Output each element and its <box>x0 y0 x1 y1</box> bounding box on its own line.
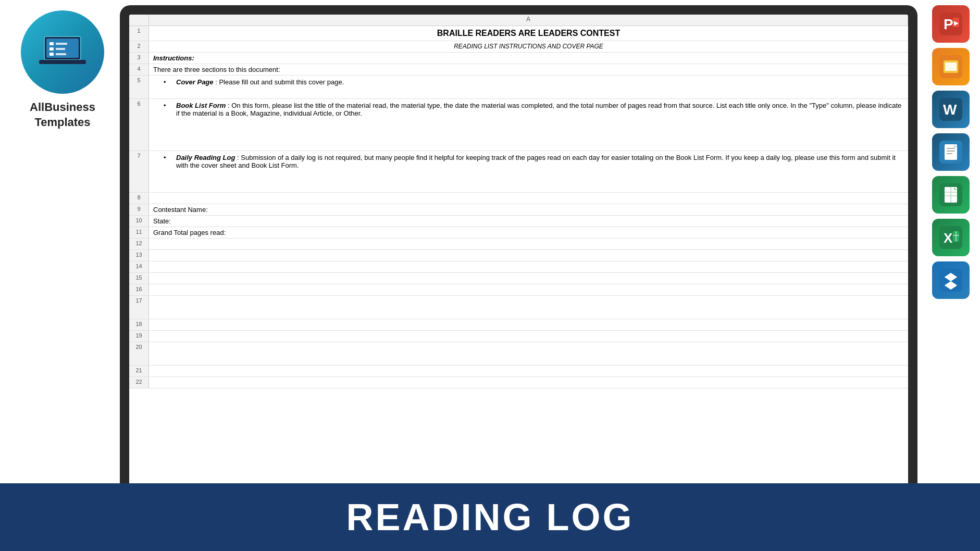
row-number: 6 <box>129 99 149 151</box>
svg-text:X: X <box>944 230 953 246</box>
table-row: 3 Instructions: <box>129 53 908 64</box>
svg-rect-3 <box>56 43 67 45</box>
instructions-label: Instructions: <box>153 54 904 62</box>
bullet2-bold: Book List Form <box>176 102 226 109</box>
excel-icon[interactable]: X <box>932 219 970 256</box>
col-a-header: A <box>149 15 908 26</box>
row-number: 10 <box>129 216 149 227</box>
table-row: 10 State: <box>129 216 908 227</box>
svg-rect-4 <box>49 47 54 51</box>
table-row: 1 BRAILLE READERS ARE LEADERS CONTEST <box>129 26 908 41</box>
table-row: 2 READING LIST INSTRUCTIONS AND COVER PA… <box>129 41 908 53</box>
row-content: Instructions: <box>149 53 908 64</box>
row-number: 2 <box>129 41 149 52</box>
row-number: 12 <box>129 239 149 249</box>
table-row: 18 <box>129 319 908 331</box>
state-field: State: <box>153 217 904 225</box>
bullet1-bold: Cover Page <box>176 78 214 86</box>
table-row: 14 <box>129 261 908 273</box>
svg-text:P: P <box>944 16 953 32</box>
row-number: 15 <box>129 273 149 284</box>
right-icons-panel: P ▶ W <box>932 5 970 299</box>
reading-log-title: READING LOG <box>346 496 634 539</box>
bullet-dot: • <box>164 102 172 117</box>
bullet3-bold: Daily Reading Log <box>176 154 235 161</box>
row-content <box>149 193 908 204</box>
svg-rect-7 <box>56 53 66 55</box>
bullet-item-2: • Book List Form : On this form, please … <box>153 102 904 117</box>
title-subtitle: READING LIST INSTRUCTIONS AND COVER PAGE <box>153 43 904 50</box>
powerpoint-icon[interactable]: P ▶ <box>932 5 970 43</box>
svg-rect-15 <box>945 62 957 71</box>
table-row: 22 <box>129 377 908 389</box>
svg-rect-20 <box>947 148 955 149</box>
row-number: 1 <box>129 26 149 41</box>
row-num-header <box>129 15 149 26</box>
bullet3-rest: : Submission of a daily log is not requi… <box>176 154 896 169</box>
bullet1-rest: : Please fill out and submit this cover … <box>215 78 344 86</box>
title-main: BRAILLE READERS ARE LEADERS CONTEST <box>153 28 904 39</box>
laptop-container: A 1 BRAILLE READERS ARE LEADERS CONTEST … <box>120 5 917 546</box>
svg-rect-8 <box>39 60 86 64</box>
bullet-dot: • <box>164 78 172 86</box>
slides-icon[interactable] <box>932 48 970 85</box>
bullet3-text: Daily Reading Log : Submission of a dail… <box>176 154 904 169</box>
row-number: 9 <box>129 204 149 215</box>
laptop-logo-icon <box>39 34 86 70</box>
row-number: 21 <box>129 366 149 377</box>
row-number: 20 <box>129 342 149 365</box>
row-number: 8 <box>129 193 149 204</box>
svg-rect-5 <box>56 48 65 50</box>
row-number: 17 <box>129 296 149 319</box>
spreadsheet-body: 1 BRAILLE READERS ARE LEADERS CONTEST 2 … <box>129 26 908 501</box>
logo-area: AllBusiness Templates <box>10 10 115 130</box>
table-row: 5 • Cover Page : Please fill out and sub… <box>129 76 908 99</box>
logo-text: AllBusiness Templates <box>30 100 95 130</box>
table-row: 20 <box>129 342 908 366</box>
row-content: • Book List Form : On this form, please … <box>149 99 908 151</box>
col-header-row: A <box>129 15 908 26</box>
bullet2-rest: : On this form, please list the title of… <box>176 102 901 117</box>
table-row: 12 <box>129 239 908 250</box>
laptop-screen: A 1 BRAILLE READERS ARE LEADERS CONTEST … <box>129 15 908 516</box>
svg-rect-21 <box>947 151 955 152</box>
row-content: State: <box>149 216 908 227</box>
row-content: BRAILLE READERS ARE LEADERS CONTEST <box>149 26 908 41</box>
row-content: Contestant Name: <box>149 204 908 215</box>
table-row: 6 • Book List Form : On this form, pleas… <box>129 99 908 151</box>
docs-icon[interactable] <box>932 133 970 171</box>
table-row: 16 <box>129 284 908 296</box>
word-icon[interactable]: W <box>932 91 970 128</box>
svg-rect-2 <box>49 42 54 45</box>
row-number: 7 <box>129 151 149 192</box>
svg-rect-6 <box>49 53 54 56</box>
bullet-item-1: • Cover Page : Please fill out and submi… <box>153 78 344 86</box>
bottom-banner: READING LOG <box>0 483 980 551</box>
svg-rect-22 <box>947 153 952 154</box>
laptop-screen-outer: A 1 BRAILLE READERS ARE LEADERS CONTEST … <box>120 5 917 520</box>
row-content: READING LIST INSTRUCTIONS AND COVER PAGE <box>149 41 908 52</box>
table-row: 4 There are three sections to this docum… <box>129 64 908 76</box>
row-number: 13 <box>129 250 149 261</box>
contestant-name: Contestant Name: <box>153 206 904 214</box>
grand-total: Grand Total pages read: <box>153 229 904 236</box>
table-row: 21 <box>129 366 908 377</box>
row-number: 14 <box>129 261 149 272</box>
logo-circle <box>21 10 104 94</box>
row-number: 19 <box>129 331 149 342</box>
table-row: 17 <box>129 296 908 319</box>
row-content: • Daily Reading Log : Submission of a da… <box>149 151 908 192</box>
row-number: 3 <box>129 53 149 64</box>
bullet1-text: Cover Page : Please fill out and submit … <box>176 78 344 86</box>
row4-text: There are three sections to this documen… <box>153 66 904 73</box>
row-number: 18 <box>129 319 149 330</box>
row-number: 4 <box>129 64 149 75</box>
table-row: 13 <box>129 250 908 261</box>
table-row: 19 <box>129 331 908 342</box>
table-row: 8 <box>129 193 908 204</box>
sheets-icon[interactable] <box>932 176 970 214</box>
dropbox-icon[interactable] <box>932 261 970 299</box>
row-number: 22 <box>129 377 149 388</box>
row-number: 16 <box>129 284 149 295</box>
bullet2-text: Book List Form : On this form, please li… <box>176 102 904 117</box>
